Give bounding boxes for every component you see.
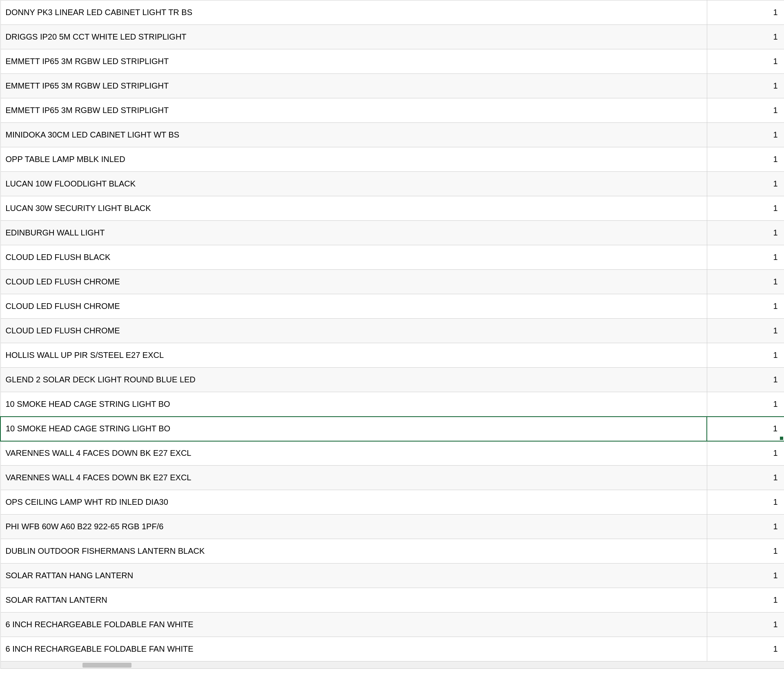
quantity-cell: 1 bbox=[707, 637, 784, 661]
product-name-cell: LUCAN 10W FLOODLIGHT BLACK bbox=[0, 172, 707, 196]
product-name-cell: HOLLIS WALL UP PIR S/STEEL E27 EXCL bbox=[0, 343, 707, 368]
product-name-cell: 6 INCH RECHARGEABLE FOLDABLE FAN WHITE bbox=[0, 613, 707, 637]
spreadsheet-container: DONNY PK3 LINEAR LED CABINET LIGHT TR BS… bbox=[0, 0, 784, 677]
quantity-cell: 1 bbox=[707, 319, 784, 343]
table-row[interactable]: MINIDOKA 30CM LED CABINET LIGHT WT BS1 bbox=[0, 123, 784, 147]
table-row[interactable]: EMMETT IP65 3M RGBW LED STRIPLIGHT1 bbox=[0, 49, 784, 74]
table-row[interactable]: 6 INCH RECHARGEABLE FOLDABLE FAN WHITE1 bbox=[0, 613, 784, 637]
quantity-cell: 1 bbox=[707, 196, 784, 221]
table-row[interactable]: HOLLIS WALL UP PIR S/STEEL E27 EXCL1 bbox=[0, 343, 784, 368]
table-row[interactable]: EDINBURGH WALL LIGHT1 bbox=[0, 221, 784, 245]
table-row[interactable]: EMMETT IP65 3M RGBW LED STRIPLIGHT1 bbox=[0, 74, 784, 98]
product-name-cell: 6 INCH RECHARGEABLE FOLDABLE FAN WHITE bbox=[0, 637, 707, 661]
quantity-cell: 1 bbox=[707, 539, 784, 564]
product-name-cell: DONNY PK3 LINEAR LED CABINET LIGHT TR BS bbox=[0, 0, 707, 25]
product-name-cell: 10 SMOKE HEAD CAGE STRING LIGHT BO bbox=[0, 417, 707, 441]
table-row[interactable]: OPS CEILING LAMP WHT RD INLED DIA301 bbox=[0, 490, 784, 515]
product-name-cell: EMMETT IP65 3M RGBW LED STRIPLIGHT bbox=[0, 74, 707, 98]
quantity-cell: 1 bbox=[707, 123, 784, 147]
quantity-cell: 1 bbox=[707, 74, 784, 98]
table-row[interactable]: 10 SMOKE HEAD CAGE STRING LIGHT BO1 bbox=[0, 417, 784, 441]
quantity-cell: 1 bbox=[707, 490, 784, 515]
table-row[interactable]: DUBLIN OUTDOOR FISHERMANS LANTERN BLACK1 bbox=[0, 539, 784, 564]
quantity-cell: 1 bbox=[707, 466, 784, 490]
scrollbar-thumb[interactable] bbox=[82, 663, 131, 668]
table-row[interactable]: 10 SMOKE HEAD CAGE STRING LIGHT BO1 bbox=[0, 392, 784, 417]
quantity-cell: 1 bbox=[707, 221, 784, 245]
product-name-cell: OPP TABLE LAMP MBLK INLED bbox=[0, 147, 707, 172]
table-row[interactable]: CLOUD LED FLUSH CHROME1 bbox=[0, 294, 784, 319]
product-name-cell: VARENNES WALL 4 FACES DOWN BK E27 EXCL bbox=[0, 466, 707, 490]
product-name-cell: EDINBURGH WALL LIGHT bbox=[0, 221, 707, 245]
table-wrapper: DONNY PK3 LINEAR LED CABINET LIGHT TR BS… bbox=[0, 0, 784, 669]
quantity-cell: 1 bbox=[707, 0, 784, 25]
quantity-cell: 1 bbox=[707, 441, 784, 466]
product-name-cell: 10 SMOKE HEAD CAGE STRING LIGHT BO bbox=[0, 392, 707, 417]
horizontal-scrollbar[interactable] bbox=[0, 661, 784, 669]
product-name-cell: CLOUD LED FLUSH CHROME bbox=[0, 319, 707, 343]
product-name-cell: DUBLIN OUTDOOR FISHERMANS LANTERN BLACK bbox=[0, 539, 707, 564]
quantity-cell: 1 bbox=[707, 343, 784, 368]
product-name-cell: VARENNES WALL 4 FACES DOWN BK E27 EXCL bbox=[0, 441, 707, 466]
quantity-cell: 1 bbox=[707, 368, 784, 392]
table-row[interactable]: SOLAR RATTAN LANTERN1 bbox=[0, 588, 784, 613]
data-table: DONNY PK3 LINEAR LED CABINET LIGHT TR BS… bbox=[0, 0, 784, 669]
product-name-cell: SOLAR RATTAN HANG LANTERN bbox=[0, 564, 707, 588]
quantity-cell: 1 bbox=[707, 417, 784, 441]
product-name-cell: EMMETT IP65 3M RGBW LED STRIPLIGHT bbox=[0, 98, 707, 123]
product-name-cell: GLEND 2 SOLAR DECK LIGHT ROUND BLUE LED bbox=[0, 368, 707, 392]
quantity-cell: 1 bbox=[707, 515, 784, 539]
table-row[interactable]: CLOUD LED FLUSH CHROME1 bbox=[0, 319, 784, 343]
table-row[interactable]: CLOUD LED FLUSH CHROME1 bbox=[0, 270, 784, 294]
quantity-cell: 1 bbox=[707, 613, 784, 637]
table-row[interactable]: DRIGGS IP20 5M CCT WHITE LED STRIPLIGHT1 bbox=[0, 25, 784, 49]
table-row[interactable]: VARENNES WALL 4 FACES DOWN BK E27 EXCL1 bbox=[0, 466, 784, 490]
table-row[interactable]: GLEND 2 SOLAR DECK LIGHT ROUND BLUE LED1 bbox=[0, 368, 784, 392]
quantity-cell: 1 bbox=[707, 294, 784, 319]
table-row[interactable]: LUCAN 30W SECURITY LIGHT BLACK1 bbox=[0, 196, 784, 221]
table-row[interactable]: LUCAN 10W FLOODLIGHT BLACK1 bbox=[0, 172, 784, 196]
table-row[interactable]: EMMETT IP65 3M RGBW LED STRIPLIGHT1 bbox=[0, 98, 784, 123]
product-name-cell: EMMETT IP65 3M RGBW LED STRIPLIGHT bbox=[0, 49, 707, 74]
table-row[interactable]: SOLAR RATTAN HANG LANTERN1 bbox=[0, 564, 784, 588]
product-name-cell: MINIDOKA 30CM LED CABINET LIGHT WT BS bbox=[0, 123, 707, 147]
quantity-cell: 1 bbox=[707, 98, 784, 123]
quantity-cell: 1 bbox=[707, 564, 784, 588]
table-row[interactable]: DONNY PK3 LINEAR LED CABINET LIGHT TR BS… bbox=[0, 0, 784, 25]
quantity-cell: 1 bbox=[707, 245, 784, 270]
quantity-cell: 1 bbox=[707, 25, 784, 49]
product-name-cell: CLOUD LED FLUSH BLACK bbox=[0, 245, 707, 270]
quantity-cell: 1 bbox=[707, 172, 784, 196]
product-name-cell: CLOUD LED FLUSH CHROME bbox=[0, 270, 707, 294]
product-name-cell: LUCAN 30W SECURITY LIGHT BLACK bbox=[0, 196, 707, 221]
table-row[interactable]: 6 INCH RECHARGEABLE FOLDABLE FAN WHITE1 bbox=[0, 637, 784, 661]
product-name-cell: CLOUD LED FLUSH CHROME bbox=[0, 294, 707, 319]
quantity-cell: 1 bbox=[707, 49, 784, 74]
quantity-cell: 1 bbox=[707, 392, 784, 417]
product-name-cell: SOLAR RATTAN LANTERN bbox=[0, 588, 707, 613]
table-row[interactable]: PHI WFB 60W A60 B22 922-65 RGB 1PF/61 bbox=[0, 515, 784, 539]
quantity-cell: 1 bbox=[707, 147, 784, 172]
product-name-cell: PHI WFB 60W A60 B22 922-65 RGB 1PF/6 bbox=[0, 515, 707, 539]
product-name-cell: DRIGGS IP20 5M CCT WHITE LED STRIPLIGHT bbox=[0, 25, 707, 49]
quantity-cell: 1 bbox=[707, 588, 784, 613]
table-row[interactable]: CLOUD LED FLUSH BLACK1 bbox=[0, 245, 784, 270]
quantity-cell: 1 bbox=[707, 270, 784, 294]
table-row[interactable]: VARENNES WALL 4 FACES DOWN BK E27 EXCL1 bbox=[0, 441, 784, 466]
product-name-cell: OPS CEILING LAMP WHT RD INLED DIA30 bbox=[0, 490, 707, 515]
table-row[interactable]: OPP TABLE LAMP MBLK INLED1 bbox=[0, 147, 784, 172]
